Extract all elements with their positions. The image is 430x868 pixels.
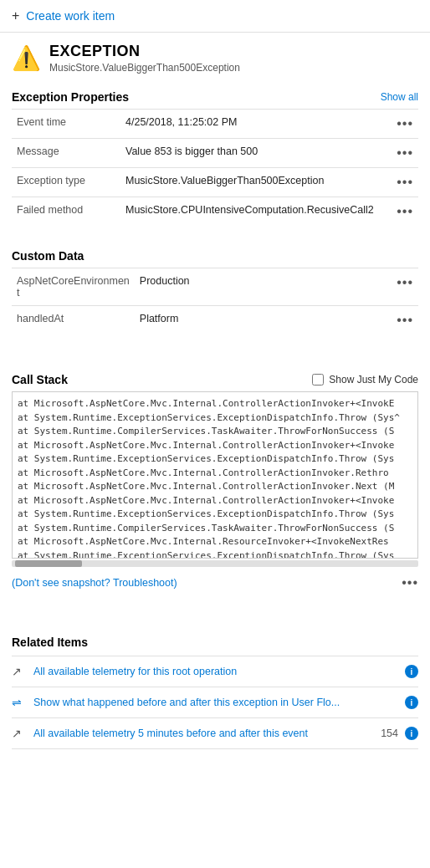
call-stack-title: Call Stack: [12, 373, 68, 386]
call-stack-line: at System.Runtime.CompilerServices.TaskA…: [18, 425, 412, 439]
create-work-item-link[interactable]: Create work item: [26, 9, 115, 23]
prop-key: AspNetCoreEnvironment: [12, 268, 135, 306]
horizontal-scrollbar[interactable]: [12, 560, 418, 567]
prop-value: MusicStore.ValueBiggerThan500Exception: [120, 168, 392, 197]
call-stack-line: at System.Runtime.ExceptionServices.Exce…: [18, 452, 412, 467]
prop-value: Value 853 is bigger than 500: [120, 139, 392, 168]
call-stack-line: at Microsoft.AspNetCore.Mvc.Internal.Con…: [18, 494, 412, 508]
custom-data-section: Custom Data AspNetCoreEnvironment Produc…: [0, 241, 430, 334]
warning-icon: ⚠️: [12, 44, 41, 72]
call-stack-line: at Microsoft.AspNetCore.Mvc.Internal.Con…: [18, 467, 412, 481]
row-menu-dots[interactable]: •••: [392, 110, 418, 139]
row-menu-dots[interactable]: •••: [392, 139, 418, 168]
exception-title: EXCEPTION: [49, 43, 240, 60]
prop-value: MusicStore.CPUIntensiveComputation.Recus…: [120, 197, 392, 227]
call-stack-line: at System.Runtime.CompilerServices.TaskA…: [18, 522, 412, 536]
row-menu-dots[interactable]: •••: [392, 306, 418, 335]
prop-key: Event time: [12, 110, 120, 139]
call-stack-line: at System.Runtime.ExceptionServices.Exce…: [18, 508, 412, 522]
call-stack-line: at Microsoft.AspNetCore.Mvc.Internal.Res…: [18, 535, 412, 549]
info-icon[interactable]: i: [405, 696, 418, 709]
show-just-my-code-checkbox[interactable]: [312, 374, 324, 385]
info-icon[interactable]: i: [405, 727, 418, 740]
related-item-1[interactable]: ⇌ Show what happened before and after th…: [12, 687, 418, 717]
show-just-my-code-label: Show Just My Code: [329, 374, 418, 385]
related-item-text: All available telemetry for this root op…: [33, 666, 405, 677]
prop-key: Exception type: [12, 168, 120, 197]
arrow-icon: ↗: [12, 665, 27, 678]
prop-value: Platform: [135, 306, 392, 335]
exception-properties-title: Exception Properties: [12, 90, 129, 104]
call-stack-line: at System.Runtime.ExceptionServices.Exce…: [18, 411, 412, 426]
related-item-2[interactable]: ↗ All available telemetry 5 minutes befo…: [12, 717, 418, 749]
custom-data-table: AspNetCoreEnvironment Production ••• han…: [12, 268, 418, 334]
prop-key: Message: [12, 139, 120, 168]
table-row: Failed method MusicStore.CPUIntensiveCom…: [12, 197, 418, 227]
info-icon[interactable]: i: [405, 665, 418, 678]
arrow-icon: ↗: [12, 727, 27, 740]
related-items-title: Related Items: [12, 636, 418, 649]
show-just-my-code-checkbox-label[interactable]: Show Just My Code: [312, 374, 418, 385]
show-all-link[interactable]: Show all: [381, 91, 418, 103]
exception-subtitle: MusicStore.ValueBiggerThan500Exception: [49, 62, 240, 74]
prop-value: 4/25/2018, 11:25:02 PM: [120, 110, 392, 139]
scrollbar-thumb[interactable]: [15, 560, 82, 567]
call-stack-line: at Microsoft.AspNetCore.Mvc.Internal.Con…: [18, 480, 412, 494]
related-items-section: Related Items ↗ All available telemetry …: [0, 620, 430, 749]
related-item-0[interactable]: ↗ All available telemetry for this root …: [12, 656, 418, 687]
flow-icon: ⇌: [12, 696, 27, 709]
snapshot-row: (Don't see snapshot? Troubleshoot) •••: [0, 567, 430, 590]
table-row: AspNetCoreEnvironment Production •••: [12, 268, 418, 306]
call-stack-content[interactable]: at Microsoft.AspNetCore.Mvc.Internal.Con…: [12, 391, 418, 559]
table-row: Exception type MusicStore.ValueBiggerTha…: [12, 168, 418, 197]
prop-value: Production: [135, 268, 392, 306]
exception-properties-table: Event time 4/25/2018, 11:25:02 PM ••• Me…: [12, 109, 418, 226]
snapshot-menu-dots[interactable]: •••: [402, 575, 418, 590]
prop-key: Failed method: [12, 197, 120, 227]
related-item-count: 154: [381, 728, 398, 739]
related-item-text: All available telemetry 5 minutes before…: [33, 728, 381, 739]
prop-key: handledAt: [12, 306, 135, 335]
custom-data-title: Custom Data: [12, 249, 84, 263]
call-stack-line: at Microsoft.AspNetCore.Mvc.Internal.Con…: [18, 439, 412, 453]
plus-icon: +: [12, 8, 19, 23]
table-row: handledAt Platform •••: [12, 306, 418, 335]
exception-header: ⚠️ EXCEPTION MusicStore.ValueBiggerThan5…: [0, 33, 430, 82]
top-bar: + Create work item: [0, 0, 430, 33]
call-stack-line: at System.Runtime.ExceptionServices.Exce…: [18, 549, 412, 559]
row-menu-dots[interactable]: •••: [392, 197, 418, 227]
exception-properties-section: Exception Properties Show all Event time…: [0, 82, 430, 226]
row-menu-dots[interactable]: •••: [392, 268, 418, 306]
table-row: Event time 4/25/2018, 11:25:02 PM •••: [12, 110, 418, 139]
snapshot-link[interactable]: (Don't see snapshot? Troubleshoot): [12, 577, 177, 589]
related-item-text: Show what happened before and after this…: [33, 697, 405, 708]
table-row: Message Value 853 is bigger than 500 •••: [12, 139, 418, 168]
row-menu-dots[interactable]: •••: [392, 168, 418, 197]
call-stack-line: at Microsoft.AspNetCore.Mvc.Internal.Con…: [18, 397, 412, 411]
call-stack-section: Call Stack Show Just My Code at Microsof…: [0, 365, 430, 567]
